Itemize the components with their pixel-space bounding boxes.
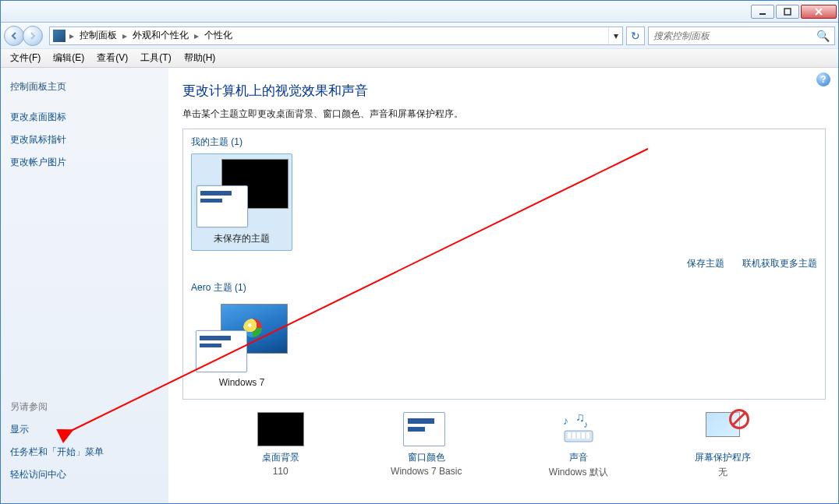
- sidebar-home[interactable]: 控制面板主页: [10, 80, 159, 93]
- search-input[interactable]: [653, 30, 816, 41]
- menu-edit[interactable]: 编辑(E): [47, 51, 90, 65]
- menu-view[interactable]: 查看(V): [90, 51, 134, 65]
- svg-rect-1: [784, 9, 791, 15]
- theme-window-thumb: [196, 185, 248, 227]
- close-button[interactable]: [801, 5, 837, 19]
- svg-rect-11: [582, 432, 585, 439]
- theme-window-thumb: [196, 330, 247, 372]
- forward-button[interactable]: [23, 26, 43, 46]
- window-color-value: Windows 7 Basic: [391, 466, 462, 477]
- aero-themes-label: Aero 主题 (1): [191, 281, 817, 294]
- sounds-icon: ♪♫♪: [555, 412, 602, 446]
- screensaver-button[interactable]: 屏幕保护程序 无: [695, 412, 751, 479]
- screensaver-value: 无: [695, 466, 751, 479]
- search-icon: 🔍: [816, 30, 830, 42]
- maximize-button[interactable]: [776, 5, 799, 19]
- breadcrumb-seg-control-panel[interactable]: 控制面板: [75, 29, 122, 42]
- breadcrumb-seg-personalization[interactable]: 个性化: [200, 29, 237, 42]
- navbar: ▸ 控制面板 ▸ 外观和个性化 ▸ 个性化 ▾ ↻ 🔍: [1, 23, 838, 49]
- back-button[interactable]: [4, 26, 24, 46]
- desktop-background-icon: [257, 412, 304, 446]
- sidebar-link-account-picture[interactable]: 更改帐户图片: [10, 156, 159, 169]
- my-themes-label: 我的主题 (1): [191, 136, 817, 149]
- breadcrumb-seg-appearance[interactable]: 外观和个性化: [128, 29, 193, 42]
- breadcrumb[interactable]: ▸ 控制面板 ▸ 外观和个性化 ▸ 个性化 ▾: [49, 26, 623, 45]
- themes-list: 我的主题 (1) 未保存的主题 保存主题 联机获取更多主题 Aero 主题 (1…: [182, 129, 826, 400]
- sidebar-link-display[interactable]: 显示: [10, 423, 159, 436]
- sidebar-link-mouse-pointers[interactable]: 更改鼠标指针: [10, 133, 159, 146]
- sidebar-link-ease-of-access[interactable]: 轻松访问中心: [10, 468, 159, 481]
- desktop-background-value: 110: [257, 466, 304, 477]
- menu-help[interactable]: 帮助(H): [178, 51, 222, 65]
- main-content: ? 更改计算机上的视觉效果和声音 单击某个主题立即更改桌面背景、窗口颜色、声音和…: [168, 68, 838, 503]
- sounds-button[interactable]: ♪♫♪ 声音 Windows 默认: [549, 412, 608, 479]
- desktop-background-button[interactable]: 桌面背景 110: [257, 412, 304, 479]
- theme-components-row: 桌面背景 110 窗口颜色 Windows 7 Basic ♪♫♪ 声音 Win…: [182, 412, 826, 479]
- svg-text:♪: ♪: [563, 414, 568, 427]
- screensaver-icon: [699, 412, 746, 446]
- sidebar-link-taskbar-start[interactable]: 任务栏和「开始」菜单: [10, 446, 159, 459]
- theme-windows7[interactable]: Windows 7: [191, 299, 292, 393]
- refresh-button[interactable]: ↻: [626, 26, 645, 45]
- svg-rect-12: [586, 432, 589, 439]
- menubar: 文件(F) 编辑(E) 查看(V) 工具(T) 帮助(H): [1, 49, 838, 68]
- sounds-label: 声音: [549, 451, 608, 464]
- theme-unsaved[interactable]: 未保存的主题: [191, 153, 292, 251]
- svg-rect-8: [568, 432, 571, 439]
- svg-rect-10: [577, 432, 580, 439]
- desktop-background-label: 桌面背景: [257, 451, 304, 464]
- save-theme-link[interactable]: 保存主题: [687, 258, 724, 269]
- sidebar-link-desktop-icons[interactable]: 更改桌面图标: [10, 111, 159, 124]
- search-box[interactable]: 🔍: [648, 26, 835, 45]
- breadcrumb-dropdown[interactable]: ▾: [608, 27, 622, 44]
- menu-tools[interactable]: 工具(T): [134, 51, 177, 65]
- svg-rect-9: [572, 432, 575, 439]
- get-more-themes-link[interactable]: 联机获取更多主题: [742, 258, 817, 269]
- svg-text:♪: ♪: [583, 419, 588, 430]
- breadcrumb-icon: [53, 30, 65, 42]
- theme-name: 未保存的主题: [196, 232, 287, 245]
- help-button[interactable]: ?: [816, 72, 830, 86]
- sidebar: 控制面板主页 更改桌面图标 更改鼠标指针 更改帐户图片 另请参阅 显示 任务栏和…: [1, 68, 168, 503]
- sidebar-seealso-label: 另请参阅: [10, 400, 159, 414]
- page-subtitle: 单击某个主题立即更改桌面背景、窗口颜色、声音和屏幕保护程序。: [182, 107, 826, 121]
- menu-file[interactable]: 文件(F): [4, 51, 47, 65]
- screensaver-label: 屏幕保护程序: [695, 451, 751, 464]
- sounds-value: Windows 默认: [549, 466, 608, 479]
- titlebar: [1, 1, 838, 23]
- page-title: 更改计算机上的视觉效果和声音: [182, 82, 826, 100]
- window-color-label: 窗口颜色: [391, 451, 462, 464]
- window-color-button[interactable]: 窗口颜色 Windows 7 Basic: [391, 412, 462, 479]
- theme-name: Windows 7: [196, 377, 288, 388]
- window-color-icon: [403, 412, 445, 446]
- minimize-button[interactable]: [751, 5, 774, 19]
